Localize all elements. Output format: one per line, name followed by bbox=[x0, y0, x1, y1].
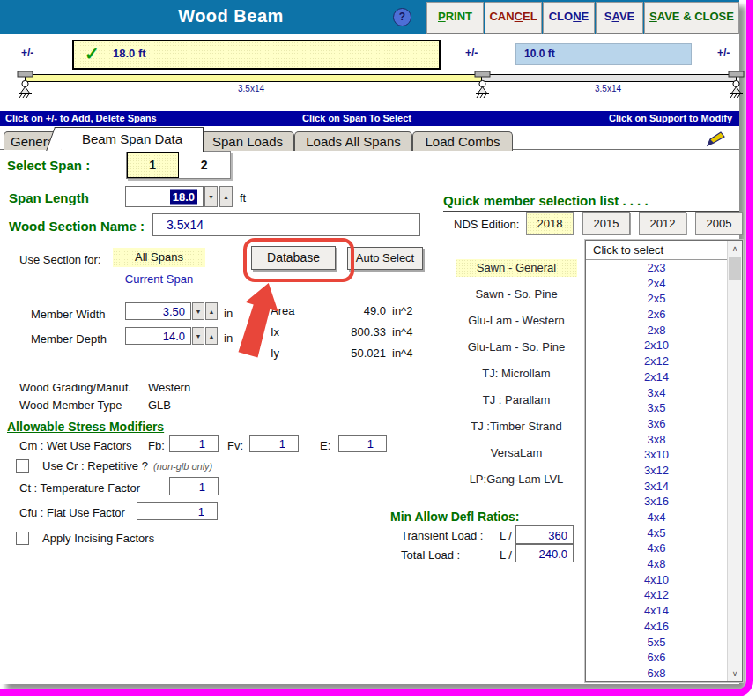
category-item[interactable]: Glu-Lam - So. Pine bbox=[456, 339, 577, 356]
clone-button[interactable]: CLONE bbox=[543, 2, 595, 34]
add-delete-span-button-right[interactable]: +/- bbox=[717, 47, 730, 59]
category-item[interactable]: TJ : Parallam bbox=[456, 391, 577, 409]
property-value: 49.0 bbox=[322, 304, 386, 317]
cancel-button-label: CANCEL bbox=[489, 10, 537, 23]
category-item[interactable]: VersaLam bbox=[456, 444, 577, 462]
category-item[interactable]: TJ: Microllam bbox=[456, 365, 577, 383]
category-item[interactable]: Sawn - General bbox=[456, 259, 577, 277]
help-icon[interactable]: ? bbox=[393, 8, 411, 26]
size-item[interactable]: 3x10 bbox=[586, 447, 727, 463]
span-1-button[interactable]: 1 bbox=[127, 152, 179, 178]
fv-input[interactable]: 1 bbox=[249, 435, 299, 452]
cancel-button[interactable]: CANCEL bbox=[485, 2, 542, 34]
size-item[interactable]: 2x6 bbox=[586, 307, 727, 323]
tab-span-loads[interactable]: Span Loads bbox=[201, 131, 294, 151]
size-item[interactable]: 2x4 bbox=[586, 276, 727, 292]
tab-loads-all-spans[interactable]: Loads All Spans bbox=[294, 131, 412, 151]
size-item[interactable]: 5x5 bbox=[586, 635, 727, 651]
scroll-down-icon[interactable]: ∨ bbox=[728, 666, 742, 681]
scrollbar-thumb[interactable] bbox=[729, 257, 741, 280]
span-length-spin-up[interactable]: ▲ bbox=[219, 186, 233, 207]
nds-edition-button[interactable]: 2018 bbox=[526, 212, 574, 235]
size-item[interactable]: 3x16 bbox=[586, 494, 727, 510]
size-item[interactable]: 4x10 bbox=[586, 572, 727, 588]
member-width-spin-up[interactable]: ▲ bbox=[205, 302, 218, 320]
total-load-input[interactable]: 240.0 bbox=[515, 544, 574, 562]
span-length-input[interactable]: 18.0 bbox=[125, 186, 204, 207]
incising-label: Apply Incising Factors bbox=[42, 532, 154, 545]
nds-edition-button[interactable]: 2015 bbox=[582, 212, 630, 235]
support-icon-right[interactable] bbox=[728, 71, 745, 100]
fv-value: 1 bbox=[279, 437, 285, 451]
member-depth-spin-up[interactable]: ▲ bbox=[205, 327, 218, 345]
tab-beam-span-data[interactable]: Beam Span Data bbox=[62, 127, 204, 152]
size-item[interactable]: 2x5 bbox=[586, 291, 727, 307]
size-item[interactable]: 4x6 bbox=[586, 540, 727, 556]
print-button-label: PRINT bbox=[438, 10, 472, 23]
add-delete-span-button-middle[interactable]: +/- bbox=[465, 47, 478, 59]
size-item[interactable]: 3x6 bbox=[586, 416, 727, 432]
property-row: Ix 800.33 in^4 bbox=[271, 321, 431, 342]
size-item[interactable]: 4x14 bbox=[586, 603, 727, 619]
e-input[interactable]: 1 bbox=[338, 435, 387, 452]
total-load-label: Total Load : bbox=[401, 548, 460, 562]
incising-checkbox[interactable] bbox=[16, 532, 29, 545]
nds-edition-button[interactable]: 2012 bbox=[639, 212, 686, 235]
beam-span2-bar[interactable] bbox=[481, 74, 737, 82]
fb-input[interactable]: 1 bbox=[169, 435, 219, 452]
span-length-label: Span Length bbox=[9, 190, 89, 205]
nds-edition-buttons: 2018 2015 2012 2005 bbox=[526, 212, 743, 235]
size-item[interactable]: 3x12 bbox=[586, 463, 727, 479]
span-length-spin-down[interactable]: ▼ bbox=[204, 186, 218, 207]
category-item[interactable]: Glu-Lam - Western bbox=[456, 312, 577, 330]
scroll-up-icon[interactable]: ∧ bbox=[728, 242, 742, 256]
size-list-scrollbar[interactable]: ∧ ∨ bbox=[727, 241, 742, 681]
size-item[interactable]: 2x8 bbox=[586, 323, 727, 339]
current-span-option[interactable]: Current Span bbox=[113, 272, 205, 286]
cfu-input[interactable]: 1 bbox=[137, 502, 218, 520]
member-depth-input[interactable]: 14.0 bbox=[125, 327, 191, 345]
all-spans-option[interactable]: All Spans bbox=[113, 248, 205, 267]
support-icon-middle[interactable] bbox=[474, 71, 491, 100]
size-item[interactable]: 6x6 bbox=[586, 650, 727, 666]
category-item[interactable]: LP:Gang-Lam LVL bbox=[456, 471, 577, 488]
span-2-button[interactable]: 2 bbox=[179, 152, 231, 178]
auto-select-button[interactable]: Auto Select bbox=[347, 247, 423, 270]
edit-pencil-icon[interactable] bbox=[706, 130, 725, 147]
transient-load-input[interactable]: 360 bbox=[515, 525, 574, 544]
size-item[interactable]: 4x12 bbox=[586, 587, 727, 603]
save-close-button[interactable]: SAVE & CLOSE bbox=[644, 2, 739, 34]
member-depth-spin-down[interactable]: ▼ bbox=[192, 327, 204, 345]
support-icon-left[interactable] bbox=[17, 71, 33, 100]
size-item[interactable]: 3x14 bbox=[586, 479, 727, 495]
add-delete-span-button-left[interactable]: +/- bbox=[21, 47, 33, 59]
size-item[interactable]: 2x12 bbox=[586, 354, 727, 369]
span-length-value: 18.0 bbox=[170, 190, 197, 205]
wood-member-type-label: Wood Member Type bbox=[19, 398, 122, 412]
size-item[interactable]: 4x5 bbox=[586, 525, 727, 541]
span1-length-box[interactable]: ✓ 18.0 ft bbox=[72, 40, 441, 70]
nds-edition-button[interactable]: 2005 bbox=[695, 212, 743, 235]
size-item[interactable]: 3x4 bbox=[586, 385, 727, 401]
save-button[interactable]: SAVE bbox=[596, 2, 643, 34]
span2-length-box[interactable]: 10.0 ft bbox=[515, 43, 692, 65]
member-width-spin-down[interactable]: ▼ bbox=[192, 302, 204, 320]
beam-span1-bar[interactable] bbox=[25, 74, 482, 82]
size-item[interactable]: 3x5 bbox=[586, 400, 727, 416]
size-item[interactable]: 2x10 bbox=[586, 338, 727, 354]
member-width-input[interactable]: 3.50 bbox=[125, 302, 191, 320]
size-item[interactable]: 2x3 bbox=[586, 260, 727, 276]
size-item[interactable]: 3x8 bbox=[586, 432, 727, 448]
tab-load-combs[interactable]: Load Combs bbox=[412, 131, 513, 151]
size-item[interactable]: 4x8 bbox=[586, 556, 727, 572]
size-item[interactable]: 4x16 bbox=[586, 619, 727, 635]
size-item[interactable]: 4x4 bbox=[586, 510, 727, 525]
ct-input[interactable]: 1 bbox=[169, 477, 219, 495]
category-item[interactable]: Sawn - So. Pine bbox=[456, 286, 577, 303]
wood-section-name-input[interactable]: 3.5x14 bbox=[152, 213, 420, 236]
size-item[interactable]: 2x14 bbox=[586, 369, 727, 385]
use-cr-checkbox[interactable] bbox=[16, 459, 29, 473]
print-button[interactable]: PRINT bbox=[426, 2, 484, 34]
size-item[interactable]: 6x8 bbox=[586, 666, 727, 681]
category-item[interactable]: TJ :Timber Strand bbox=[456, 418, 577, 436]
